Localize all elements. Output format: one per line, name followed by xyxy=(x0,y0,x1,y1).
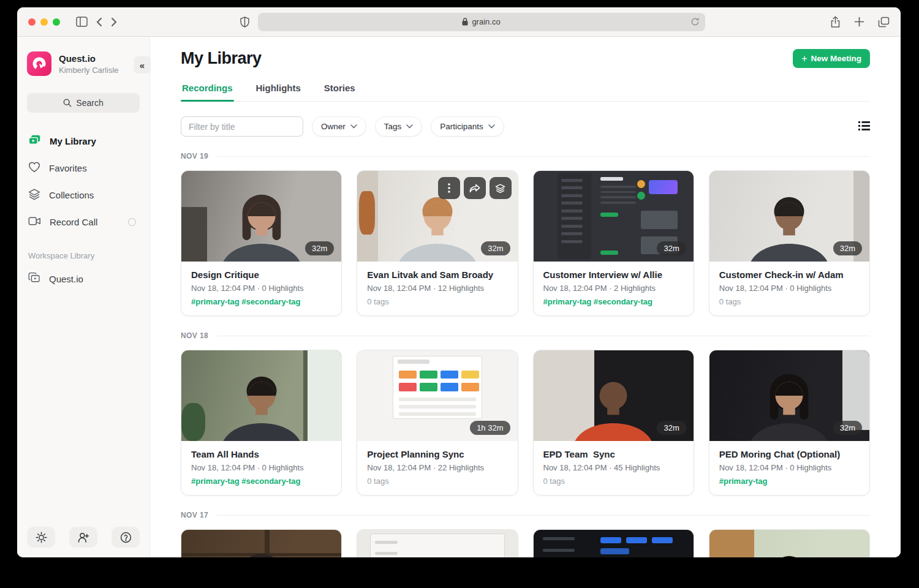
recording-meta: Nov 18, 12:04 PM · 0 Highlights xyxy=(191,284,331,293)
recording-title: Project Planning Sync xyxy=(367,449,507,459)
filter-pill-tags[interactable]: Tags xyxy=(375,116,423,137)
recording-title: EPD Team Sync xyxy=(543,449,684,459)
recording-meta: Nov 18, 12:04 PM · 0 Highlights xyxy=(191,463,331,472)
settings-button[interactable] xyxy=(27,527,55,548)
list-view-icon[interactable] xyxy=(858,121,870,133)
recording-meta: Nov 18, 12:04 PM · 2 Highlights xyxy=(543,284,684,293)
recording-thumbnail[interactable] xyxy=(181,530,341,557)
tab-stories[interactable]: Stories xyxy=(323,83,357,101)
sidebar-item-label: My Library xyxy=(50,136,96,146)
duration-badge: 32m xyxy=(481,241,510,255)
help-button[interactable] xyxy=(112,527,140,548)
invite-member-button[interactable] xyxy=(69,527,97,548)
tab-highlights[interactable]: Highlights xyxy=(255,83,302,101)
recording-card[interactable] xyxy=(709,529,870,557)
sidebar-item-quest-io[interactable]: Quest.io xyxy=(27,265,140,292)
recording-thumbnail[interactable] xyxy=(709,530,869,557)
recording-title: PED Moring Chat (Optional) xyxy=(719,449,860,459)
browser-window: grain.co xyxy=(17,7,901,557)
tab-recordings[interactable]: Recordings xyxy=(181,83,234,101)
lock-icon xyxy=(462,18,468,26)
sidebar-item-label: Record Call xyxy=(50,217,97,227)
recording-thumbnail[interactable]: 1h 32m xyxy=(357,350,517,441)
participant-silhouette xyxy=(709,546,869,557)
recording-info: Evan Litvak and Sam Broady Nov 18, 12:04… xyxy=(357,262,517,315)
recording-thumbnail[interactable]: 32m xyxy=(181,171,341,262)
sidebar-footer xyxy=(27,527,140,548)
recording-card[interactable] xyxy=(357,529,518,557)
participant-silhouette xyxy=(181,367,341,441)
tab-overview-icon[interactable] xyxy=(878,16,890,28)
record-status-dot xyxy=(128,218,136,226)
sidebar-item-favorites[interactable]: Favorites xyxy=(27,154,140,181)
recording-card-ped-moring-chat-optional[interactable]: 32m PED Moring Chat (Optional) Nov 18, 1… xyxy=(709,350,870,496)
recording-thumbnail[interactable]: 32m xyxy=(709,171,869,262)
layers-icon xyxy=(28,188,40,202)
screenshot-sidebar xyxy=(558,173,591,258)
shield-icon[interactable] xyxy=(240,17,249,28)
recording-thumbnail[interactable]: 32m xyxy=(534,350,694,441)
address-bar[interactable]: grain.co xyxy=(258,13,705,31)
recording-thumbnail[interactable]: More filters xyxy=(534,530,694,557)
recording-info: Customer Check-in w/ Adam Nov 18, 12:04 … xyxy=(709,262,869,315)
recording-info: PED Moring Chat (Optional) Nov 18, 12:04… xyxy=(709,441,869,495)
sidebar-item-collections[interactable]: Collections xyxy=(27,181,140,208)
recording-card-customer-interview-w-allie[interactable]: 32m Customer Interview w/ Allie Nov 18, … xyxy=(533,170,694,316)
section-nov-17: NOV 17 More filters xyxy=(181,511,870,557)
recording-thumbnail[interactable] xyxy=(181,350,341,441)
recording-title: Customer Check-in w/ Adam xyxy=(719,270,860,280)
recording-thumbnail[interactable]: 32m xyxy=(534,171,694,262)
filter-by-title-input[interactable] xyxy=(181,116,303,137)
zoom-window-button[interactable] xyxy=(53,18,60,26)
reload-icon[interactable] xyxy=(690,17,700,28)
grain-logo-icon xyxy=(31,56,47,72)
sidebar-item-my-library[interactable]: My Library xyxy=(27,127,140,154)
section-date-label: NOV 19 xyxy=(181,152,208,160)
help-icon xyxy=(120,532,132,543)
recording-card[interactable]: More filters xyxy=(533,529,694,557)
search-button[interactable]: Search xyxy=(27,93,140,113)
recording-card-team-all-hands[interactable]: Team All Hands Nov 18, 12:04 PM · 0 High… xyxy=(181,350,342,496)
share-recording-button[interactable] xyxy=(464,177,486,199)
add-to-collection-button[interactable] xyxy=(490,177,512,199)
back-icon[interactable] xyxy=(96,17,102,27)
share-arrow-icon xyxy=(469,184,480,193)
recording-info: Customer Interview w/ Allie Nov 18, 12:0… xyxy=(534,262,694,315)
duration-badge: 32m xyxy=(833,421,862,435)
screens-icon xyxy=(28,272,40,285)
search-icon xyxy=(63,99,72,107)
recording-card-epd-team-sync[interactable]: 32m EPD Team Sync Nov 18, 12:04 PM · 45 … xyxy=(533,350,694,496)
sidebar-collapse-icon[interactable]: « xyxy=(134,56,151,74)
sidebar-item-record-call[interactable]: Record Call xyxy=(27,208,140,235)
recording-thumbnail[interactable] xyxy=(357,530,517,557)
gear-icon xyxy=(36,532,47,543)
share-icon[interactable] xyxy=(830,16,841,28)
minimize-window-button[interactable] xyxy=(40,18,48,26)
recording-title: Customer Interview w/ Allie xyxy=(543,270,684,280)
browser-sidebar-toggle-icon[interactable] xyxy=(76,17,88,27)
new-meeting-button[interactable]: + New Meeting xyxy=(793,49,870,68)
close-window-button[interactable] xyxy=(28,18,36,26)
recording-tags: 0 tags xyxy=(367,297,507,306)
recording-title: Evan Litvak and Sam Broady xyxy=(367,270,507,280)
recording-title: Team All Hands xyxy=(191,449,331,459)
section-divider xyxy=(217,156,870,157)
recording-thumbnail[interactable]: 32m xyxy=(709,350,869,441)
workspace-logo[interactable] xyxy=(27,51,51,76)
recording-card-evan-litvak-and-sam-broady[interactable]: 32m Evan Litvak and Sam Broady Nov 18, 1… xyxy=(357,170,518,316)
browser-toolbar: grain.co xyxy=(17,7,901,37)
recording-info: Design Critique Nov 18, 12:04 PM · 0 Hig… xyxy=(181,262,341,315)
more-options-button[interactable] xyxy=(438,177,460,199)
kebab-icon xyxy=(448,183,450,193)
forward-icon[interactable] xyxy=(111,17,117,27)
duration-badge: 1h 32m xyxy=(470,421,510,435)
recording-thumbnail[interactable]: 32m xyxy=(357,171,517,262)
filter-pill-owner[interactable]: Owner xyxy=(312,116,366,137)
filter-pill-participants[interactable]: Participants xyxy=(431,116,504,137)
recording-card-customer-check-in-w-adam[interactable]: 32m Customer Check-in w/ Adam Nov 18, 12… xyxy=(709,170,870,316)
new-tab-plus-icon[interactable] xyxy=(854,16,864,28)
recording-card[interactable] xyxy=(181,529,342,557)
recording-card-project-planning-sync[interactable]: 1h 32m Project Planning Sync Nov 18, 12:… xyxy=(357,350,518,496)
recording-card-design-critique[interactable]: 32m Design Critique Nov 18, 12:04 PM · 0… xyxy=(181,170,342,316)
heart-icon xyxy=(28,162,40,175)
